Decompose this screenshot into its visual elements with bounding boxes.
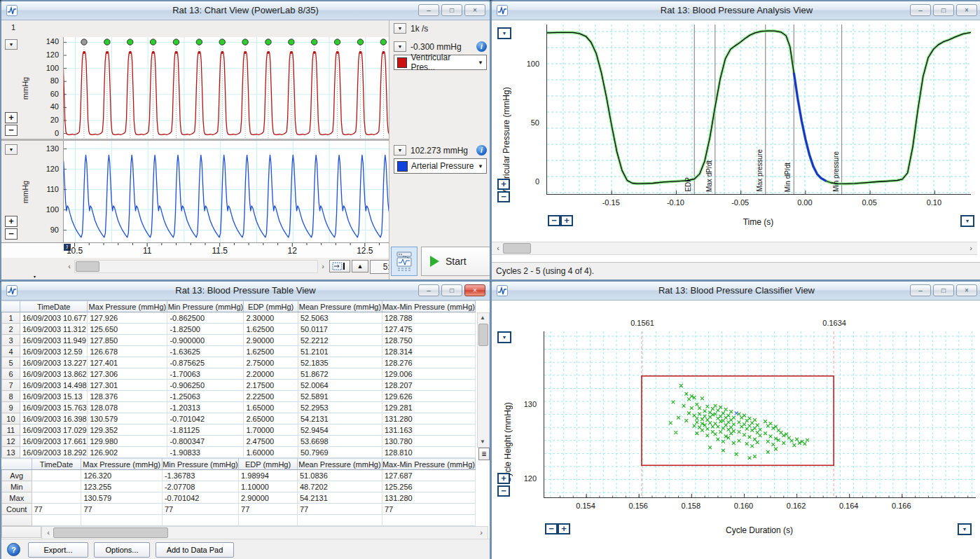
- chevron-down-icon[interactable]: ▼: [497, 27, 511, 39]
- close-button[interactable]: ×: [464, 4, 485, 16]
- chevron-down-icon[interactable]: ▼: [394, 41, 406, 52]
- zoom-out-button[interactable]: −: [5, 125, 18, 136]
- column-header[interactable]: TimeDate: [20, 301, 87, 312]
- scroll-thumb[interactable]: [478, 324, 488, 346]
- scroll-left-icon[interactable]: ‹: [493, 243, 503, 253]
- column-header[interactable]: EDP (mmHg): [239, 459, 298, 470]
- row-header[interactable]: 7: [2, 380, 20, 391]
- scroll-right-icon[interactable]: ›: [966, 243, 976, 253]
- device-settings-button[interactable]: [391, 247, 417, 276]
- beat-marker-dot[interactable]: [127, 39, 133, 45]
- column-header[interactable]: Max-Min Pressure (mmHg): [382, 301, 475, 312]
- zoom-out-button[interactable]: −: [497, 485, 510, 497]
- row-header[interactable]: Avg: [2, 470, 32, 481]
- beat-marker-dot[interactable]: [265, 39, 271, 45]
- autoscroll-button[interactable]: ≣: [478, 448, 490, 460]
- table-row[interactable]: Count777777777777: [2, 504, 476, 515]
- channel1-plot[interactable]: [63, 37, 389, 139]
- column-header[interactable]: EDP (mmHg): [244, 301, 298, 312]
- scroll-left-icon[interactable]: ‹: [43, 527, 53, 537]
- table-row[interactable]: 116/09/2003 10.677127.926-0.8625002.3000…: [2, 312, 476, 324]
- export-button[interactable]: Export...: [28, 542, 88, 558]
- row-header[interactable]: 5: [2, 357, 20, 368]
- beat-marker-dot[interactable]: [334, 39, 340, 45]
- column-header[interactable]: Max Pressure (mmHg): [88, 301, 167, 312]
- analysis-hscrollbar[interactable]: ‹ ›: [492, 242, 977, 255]
- row-header[interactable]: Min: [2, 481, 32, 492]
- row-header[interactable]: 12: [2, 436, 20, 447]
- table-row[interactable]: Min123.255-2.077081.1000048.7202125.256: [2, 481, 476, 492]
- chevron-down-icon[interactable]: ▼: [497, 331, 511, 343]
- column-header[interactable]: TimeDate: [32, 459, 81, 470]
- scroll-thumb[interactable]: [503, 243, 531, 254]
- close-button[interactable]: ×: [464, 284, 485, 296]
- table-row[interactable]: 1316/09/2003 18.292126.902-1.908331.6000…: [2, 447, 476, 458]
- column-header[interactable]: Max-Min Pressure (mmHg): [382, 459, 475, 470]
- chevron-down-icon[interactable]: ▼: [5, 144, 18, 155]
- scroll-thumb[interactable]: [76, 261, 99, 272]
- scroll-to-end-button[interactable]: [329, 260, 350, 272]
- zoom-out-button[interactable]: −: [497, 191, 510, 202]
- row-header[interactable]: 13: [2, 447, 20, 458]
- scroll-right-icon[interactable]: ›: [476, 527, 486, 537]
- chevron-down-icon[interactable]: ▼: [394, 23, 406, 34]
- table-vscrollbar[interactable]: ▲ ▼: [477, 312, 490, 448]
- beat-marker-dot[interactable]: [380, 39, 386, 45]
- beat-marker-dot[interactable]: [150, 39, 156, 45]
- table-row[interactable]: [2, 515, 476, 526]
- maximize-button[interactable]: □: [441, 284, 462, 296]
- table-row[interactable]: Max130.579-0.7010422.9000054.2131131.280: [2, 492, 476, 504]
- scroll-left-icon[interactable]: ‹: [64, 261, 74, 271]
- info-icon[interactable]: i: [476, 41, 487, 52]
- table-row[interactable]: 816/09/2003 15.13128.376-1.250632.225005…: [2, 391, 476, 402]
- beat-marker-dot[interactable]: [242, 39, 248, 45]
- table-row[interactable]: 516/09/2003 13.227127.401-0.8756252.7500…: [2, 357, 476, 368]
- scroll-right-icon[interactable]: ›: [318, 261, 328, 271]
- chevron-down-icon[interactable]: ▼: [394, 145, 406, 156]
- table-row[interactable]: 1216/09/2003 17.661129.980-0.8003472.475…: [2, 436, 476, 447]
- classifier-plot[interactable]: [544, 331, 976, 498]
- close-button[interactable]: ×: [956, 284, 977, 296]
- table-row[interactable]: 716/09/2003 14.498127.301-0.9062502.1750…: [2, 380, 476, 391]
- column-header[interactable]: Mean Pressure (mmHg): [298, 459, 382, 470]
- minimize-button[interactable]: –: [418, 4, 439, 16]
- table-row[interactable]: 216/09/2003 11.312125.650-1.825001.62500…: [2, 324, 476, 335]
- table-row[interactable]: 1016/09/2003 16.398130.579-0.7010422.650…: [2, 413, 476, 425]
- zoom-in-button[interactable]: +: [497, 473, 510, 484]
- analysis-plot[interactable]: EDPMax dP/dtMax pressureMin dP/dtMin pre…: [546, 25, 971, 195]
- titlebar[interactable]: Rat 13: Blood Pressure Analysis View – □…: [492, 1, 980, 20]
- row-header[interactable]: [2, 515, 32, 526]
- table-row[interactable]: 1116/09/2003 17.029129.352-1.811251.7000…: [2, 425, 476, 436]
- titlebar[interactable]: Rat 13: Blood Pressure Table View – □ ×: [1, 282, 490, 301]
- help-button[interactable]: ?: [7, 543, 20, 556]
- row-header[interactable]: Max: [2, 492, 32, 504]
- channel2-select[interactable]: Arterial Pressure ▼: [394, 158, 487, 174]
- table-row[interactable]: Avg126.320-1.367831.9899451.0836127.687: [2, 470, 476, 481]
- table-row[interactable]: 316/09/2003 11.949127.850-0.9000002.9000…: [2, 335, 476, 346]
- table-row[interactable]: 916/09/2003 15.763128.078-1.203131.65000…: [2, 402, 476, 413]
- beat-marker-dot[interactable]: [289, 39, 294, 45]
- minimize-button[interactable]: –: [910, 4, 931, 16]
- beat-marker-dot[interactable]: [219, 39, 225, 45]
- compress-trace-button[interactable]: ▲: [352, 260, 368, 272]
- column-header[interactable]: Mean Pressure (mmHg): [298, 301, 382, 312]
- beat-marker-dot[interactable]: [104, 39, 110, 45]
- row-header[interactable]: 1: [2, 312, 20, 324]
- info-icon[interactable]: i: [476, 145, 487, 156]
- titlebar[interactable]: Rat 13: Blood Pressure Classifier View –…: [492, 282, 980, 301]
- chevron-down-icon[interactable]: ▼: [958, 523, 972, 535]
- zoom-in-button[interactable]: +: [497, 179, 510, 190]
- table-row[interactable]: 616/09/2003 13.862127.306-1.700632.20000…: [2, 368, 476, 380]
- add-to-data-pad-button[interactable]: Add to Data Pad: [156, 542, 234, 558]
- maximize-button[interactable]: □: [933, 4, 954, 16]
- row-header[interactable]: 4: [2, 346, 20, 357]
- minimize-button[interactable]: –: [910, 284, 931, 296]
- minimize-button[interactable]: –: [418, 284, 439, 296]
- channel2-plot[interactable]: [63, 141, 389, 242]
- column-header[interactable]: Min Pressure (mmHg): [162, 459, 238, 470]
- chart-hscrollbar[interactable]: [74, 260, 318, 273]
- row-header[interactable]: Count: [2, 504, 32, 515]
- column-header[interactable]: Max Pressure (mmHg): [81, 459, 162, 470]
- row-header[interactable]: 3: [2, 335, 20, 346]
- titlebar[interactable]: Rat 13: Chart View (PowerLab 8/35) – □ ×: [1, 1, 490, 20]
